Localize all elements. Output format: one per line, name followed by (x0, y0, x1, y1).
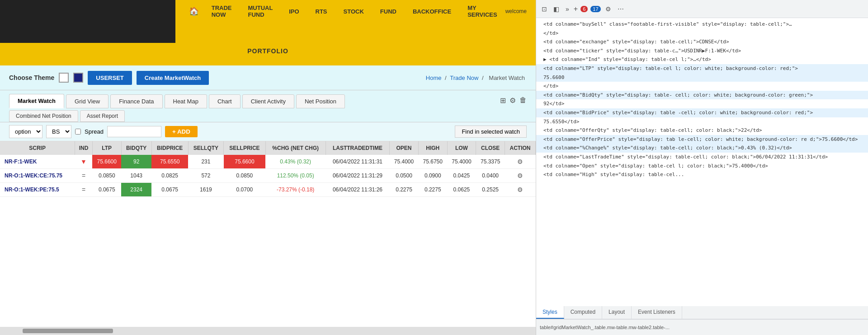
devtools-console-icon[interactable]: ◧ (552, 4, 561, 14)
col-header-ltp: LTP (92, 141, 121, 155)
tab-chart[interactable]: Chart (209, 94, 241, 108)
tab-client-activity[interactable]: Client Activity (242, 94, 294, 108)
devtools-more-icon[interactable]: ⋯ (616, 4, 626, 14)
nav-fund[interactable]: FUND (372, 8, 405, 15)
col-header-sellqty: SELLQTY (188, 141, 224, 155)
portfolio-label: PORTFOLIO (247, 47, 288, 55)
cell-action[interactable]: ⚙ (505, 183, 536, 197)
create-marketwatch-button[interactable]: Create MarketWatch (137, 71, 209, 85)
col-header-sellprice: SELLPRICE (224, 141, 265, 155)
tab-finance-data[interactable]: Finance Data (110, 94, 162, 108)
devtools-error-badge: 6 (580, 6, 588, 12)
cell-bidprice: 75.6550 (151, 155, 188, 169)
devtools-tab-event-listeners[interactable]: Event Listeners (632, 306, 682, 319)
nav-trade-now[interactable]: TRADE NOW (203, 5, 240, 18)
cell-last-trade: 06/04/2022 11:31:29 (326, 169, 389, 183)
tab-asset-report[interactable]: Asset Report (80, 110, 125, 122)
devtools-tabs: Styles Computed Layout Event Listeners (536, 306, 868, 319)
cell-close: 75.3375 (476, 155, 505, 169)
nav-mutual-fund[interactable]: MUTUAL FUND (240, 5, 281, 18)
devtools-tab-computed[interactable]: Computed (564, 306, 602, 319)
breadcrumb-home[interactable]: Home (426, 74, 442, 81)
cell-ltp: 0.0675 (92, 183, 121, 197)
cell-last-trade: 06/04/2022 11:31:26 (326, 183, 389, 197)
nav-my-services[interactable]: MY SERVICES (459, 5, 505, 18)
nav-backoffice[interactable]: BACKOFFICE (405, 8, 459, 15)
tab-grid-view[interactable]: Grid View (66, 94, 108, 108)
theme-swatch-white[interactable] (59, 73, 69, 83)
col-header-low: LOW (447, 141, 476, 155)
cell-scrip: NR-O:1-WEK:CE:75.75 (0, 169, 75, 183)
cell-low: 0.0425 (447, 169, 476, 183)
tab-combined-net-position[interactable]: Combined Net Position (9, 110, 78, 122)
cell-pct-chg: -73.27% (-0.18) (265, 183, 326, 197)
userset-button[interactable]: USERSET (88, 71, 132, 85)
option-select[interactable]: option (9, 125, 42, 138)
cell-open: 0.0500 (390, 169, 419, 183)
code-line: 92</td> (536, 99, 868, 108)
cell-sellprice: 0.0850 (224, 169, 265, 183)
cell-low: 0.0625 (447, 183, 476, 197)
tab-net-position[interactable]: Net Position (296, 94, 345, 108)
table-row: NR-F:1-WEK▼75.66009275.655023175.66000.4… (0, 155, 536, 169)
home-icon[interactable]: 🏠 (184, 6, 203, 16)
cell-close: 0.0400 (476, 169, 505, 183)
code-line: <td colname="BidQty" style="display: tab… (536, 91, 868, 100)
col-header-action: ACTION (505, 141, 536, 155)
code-line: <td colname="exchange" style="display: t… (536, 37, 868, 47)
code-line: <td colname="OfferPrice" style="display:… (536, 135, 868, 144)
cell-ind: ▼ (75, 155, 93, 169)
devtools-plus-icon[interactable]: + (574, 5, 578, 13)
cell-high: 0.2275 (418, 183, 447, 197)
devtools-code-content: <td colname="buySell" class="footable-fi… (536, 18, 868, 306)
cell-close: 0.2525 (476, 183, 505, 197)
cell-open: 75.4000 (390, 155, 419, 169)
code-line: </td> (536, 82, 868, 91)
find-in-watch-button[interactable]: Find in selected watch (455, 126, 527, 138)
code-line: <td colname="Open" style="display: table… (536, 162, 868, 171)
col-header-bidprice: BIDPRICE (151, 141, 188, 155)
settings-icon[interactable]: ⚙ (509, 96, 516, 105)
spread-checkbox[interactable] (75, 129, 81, 135)
code-line: <td colname="%Change%" style="display: t… (536, 144, 868, 153)
cell-open: 0.2275 (390, 183, 419, 197)
code-line: <td colname="LastTradeTime" style="displ… (536, 153, 868, 162)
code-line: <td colname="LTP" style="display: table-… (536, 64, 868, 73)
tab-heat-map[interactable]: Heat Map (165, 94, 207, 108)
cell-pct-chg: 0.43% (0.32) (265, 155, 326, 169)
devtools-tab-layout[interactable]: Layout (602, 306, 632, 319)
tab-market-watch[interactable]: Market Watch (9, 94, 64, 108)
devtools-tab-styles[interactable]: Styles (536, 306, 564, 319)
devtools-elements-icon[interactable]: ⊡ (540, 4, 549, 14)
table-row: NR-O:1-WEK:PE:75.5=0.067523240.067516190… (0, 183, 536, 197)
cell-sellprice: 75.6600 (224, 155, 265, 169)
devtools-panel: ⊡ ◧ » + 6 17 ⚙ ⋯ <td colname="buySell" c… (536, 0, 868, 335)
cell-action[interactable]: ⚙ (505, 169, 536, 183)
breadcrumb-market-watch: Market Watch (489, 74, 525, 81)
breadcrumb-trade-now[interactable]: Trade Now (450, 74, 478, 81)
grid-view-icon[interactable]: ⊞ (500, 96, 506, 105)
col-header-scrip: SCRIP (0, 141, 75, 155)
market-watch-table: SCRIPINDLTPBIDQTYBIDPRICESELLQTYSELLPRIC… (0, 141, 536, 197)
spread-input[interactable] (107, 126, 161, 137)
delete-icon[interactable]: 🗑 (519, 96, 527, 104)
cell-low: 75.4000 (447, 155, 476, 169)
col-header-open: OPEN (390, 141, 419, 155)
theme-swatch-dark[interactable] (73, 73, 83, 83)
code-line: ▶ <td colname="Ind" style="display: tabl… (536, 55, 868, 64)
devtools-settings-icon[interactable]: ⚙ (604, 4, 613, 14)
cell-sellprice: 0.0700 (224, 183, 265, 197)
devtools-chevron-icon[interactable]: » (564, 4, 571, 14)
nav-stock[interactable]: STOCK (335, 8, 372, 15)
code-line: <td colname="OfferQty" style="display: t… (536, 126, 868, 135)
nav-ipo[interactable]: IPO (281, 8, 307, 15)
bs-select[interactable]: BS (46, 125, 71, 138)
welcome-text: welcome (505, 8, 527, 14)
code-line: <td colname="BidPrice" style="display: t… (536, 108, 868, 117)
scroll-thumb[interactable] (23, 329, 113, 333)
add-button[interactable]: + ADD (165, 126, 198, 137)
cell-action[interactable]: ⚙ (505, 155, 536, 169)
nav-rts[interactable]: RTS (307, 8, 335, 15)
horizontal-scrollbar[interactable] (0, 327, 536, 335)
code-line: </td> (536, 29, 868, 38)
